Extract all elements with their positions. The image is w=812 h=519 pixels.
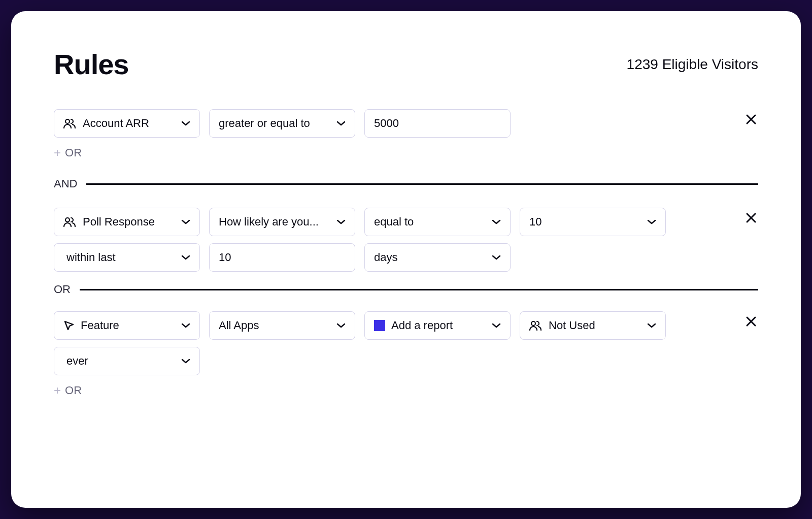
poll-label: How likely are you...: [219, 215, 319, 229]
svg-point-2: [531, 321, 535, 326]
header: Rules 1239 Eligible Visitors: [54, 48, 758, 81]
operator-select[interactable]: greater or equal to: [209, 109, 355, 138]
time-operator-label: within last: [66, 251, 116, 264]
and-label: AND: [54, 177, 77, 190]
rule-group-3: Feature All Apps Add a report: [54, 311, 758, 398]
attribute-label: Poll Response: [83, 215, 155, 229]
attribute-select[interactable]: Feature: [54, 311, 200, 340]
chevron-down-icon: [181, 322, 190, 329]
rule-row: Feature All Apps Add a report: [54, 311, 758, 340]
svg-point-0: [65, 119, 70, 123]
chevron-down-icon: [181, 120, 190, 126]
chevron-down-icon: [492, 219, 501, 225]
time-unit-select[interactable]: days: [364, 243, 511, 272]
attribute-select[interactable]: Account ARR: [54, 109, 200, 138]
scope-select[interactable]: All Apps: [209, 311, 355, 340]
poll-select[interactable]: How likely are you...: [209, 208, 355, 236]
rule-row: ever: [54, 347, 758, 375]
value-input[interactable]: 5000: [364, 109, 511, 138]
chevron-down-icon: [181, 254, 190, 261]
feature-label: Add a report: [391, 319, 453, 332]
chevron-down-icon: [181, 219, 190, 225]
or-label: OR: [65, 384, 82, 397]
color-swatch: [374, 320, 385, 331]
chevron-down-icon: [647, 219, 656, 225]
plus-icon: +: [54, 146, 61, 160]
plus-icon: +: [54, 383, 61, 398]
svg-point-1: [65, 218, 70, 222]
chevron-down-icon: [336, 322, 346, 329]
chevron-down-icon: [336, 219, 346, 225]
attribute-select[interactable]: Poll Response: [54, 208, 200, 236]
chevron-down-icon: [336, 120, 346, 126]
attribute-label: Feature: [81, 319, 119, 332]
add-or-button[interactable]: + OR: [54, 146, 758, 160]
operator-label: equal to: [374, 215, 414, 229]
chevron-down-icon: [647, 322, 656, 329]
time-operator-label: ever: [66, 354, 88, 368]
time-value-text: 10: [219, 251, 231, 264]
rule-group-1: Account ARR greater or equal to 5000 + O…: [54, 109, 758, 160]
scope-label: All Apps: [219, 319, 259, 332]
rule-group-2: Poll Response How likely are you... equa…: [54, 208, 758, 272]
or-separator: OR: [54, 283, 758, 296]
status-select[interactable]: Not Used: [520, 311, 666, 340]
separator-line: [86, 183, 758, 185]
or-label: OR: [65, 146, 82, 159]
time-unit-label: days: [374, 251, 397, 264]
people-icon: [63, 118, 77, 128]
feature-select[interactable]: Add a report: [364, 311, 511, 340]
and-separator: AND: [54, 177, 758, 190]
operator-label: greater or equal to: [219, 117, 310, 130]
separator-line: [80, 289, 758, 290]
rule-row: Account ARR greater or equal to 5000: [54, 109, 758, 138]
add-or-button[interactable]: + OR: [54, 383, 758, 398]
delete-rule-button[interactable]: [744, 211, 758, 225]
eligible-visitors: 1239 Eligible Visitors: [627, 56, 758, 73]
rules-card: Rules 1239 Eligible Visitors Account ARR…: [11, 11, 801, 508]
people-icon: [63, 217, 77, 227]
delete-rule-button[interactable]: [744, 112, 758, 126]
delete-rule-button[interactable]: [744, 314, 758, 329]
rule-row: Poll Response How likely are you... equa…: [54, 208, 758, 236]
value-text: 5000: [374, 117, 399, 130]
attribute-label: Account ARR: [83, 117, 149, 130]
people-icon: [529, 320, 543, 331]
status-label: Not Used: [549, 319, 595, 332]
chevron-down-icon: [181, 358, 190, 364]
or-label: OR: [54, 283, 71, 296]
cursor-icon: [63, 320, 75, 331]
operator-select[interactable]: equal to: [364, 208, 511, 236]
rule-row: within last 10 days: [54, 243, 758, 272]
value-select[interactable]: 10: [520, 208, 666, 236]
chevron-down-icon: [492, 322, 501, 329]
time-operator-select[interactable]: within last: [54, 243, 200, 272]
chevron-down-icon: [492, 254, 501, 261]
value-label: 10: [529, 215, 542, 229]
page-title: Rules: [54, 48, 129, 81]
time-value-input[interactable]: 10: [209, 243, 355, 272]
time-operator-select[interactable]: ever: [54, 347, 200, 375]
